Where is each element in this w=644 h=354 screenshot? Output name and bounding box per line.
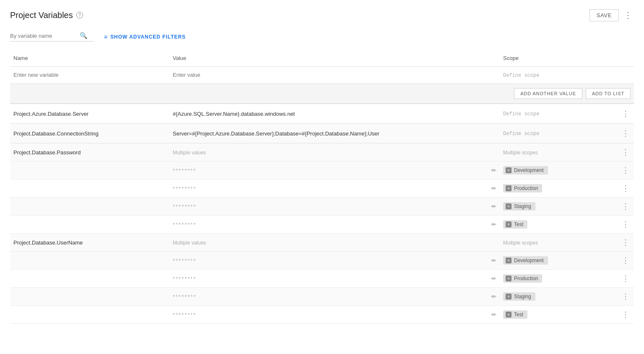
var-kebab-cell: ⋮ [617,234,634,251]
variable-more-icon[interactable]: ⋮ [621,148,631,157]
var-value: #{Azure.SQL.Server.Name}.database.window… [173,111,295,117]
help-icon[interactable]: ? [76,12,83,18]
sub-empty [10,184,169,193]
variable-more-icon[interactable]: ⋮ [621,292,631,301]
scope-badge-icon: ≡ [506,258,512,263]
advanced-filter-button[interactable]: ≡ SHOW ADVANCED FILTERS [104,34,186,40]
scope-badge: ≡ Production [503,184,542,193]
col-actions [617,53,634,63]
scope-badge-label: Production [514,185,538,191]
var-scope-cell: ≡ Development [500,162,617,179]
scope-badge-label: Test [514,312,523,318]
var-value: Server=#{Project.Azure.Database.Server};… [173,130,379,137]
edit-icon[interactable]: ✏ [491,203,496,210]
edit-icon[interactable]: ✏ [491,257,496,264]
table-row: Project.Database.ConnectionString Server… [10,124,634,143]
var-kebab-cell: ⋮ [617,198,634,215]
var-kebab-cell: ⋮ [617,216,634,233]
new-variable-name-input[interactable] [13,72,166,78]
header-left: Project Variables ? [10,10,83,20]
edit-icon[interactable]: ✏ [491,167,496,174]
password-value: ******** [173,221,196,228]
variable-more-icon[interactable]: ⋮ [621,202,631,211]
multi-value-label: Multiple values [173,150,206,156]
var-name-cell: Project.Database.ConnectionString [10,125,169,142]
scope-text: Define scope [503,111,539,117]
page-header: Project Variables ? SAVE ⋮ [10,8,634,22]
scope-badge: ≡ Staging [503,202,535,211]
variable-more-icon[interactable]: ⋮ [621,184,631,193]
sub-empty [10,166,169,174]
var-kebab-cell: ⋮ [617,306,634,323]
var-scope-cell: ≡ Test [500,216,617,233]
search-input[interactable] [10,33,77,39]
edit-icon[interactable]: ✏ [491,185,496,192]
scope-badge-icon: ≡ [506,221,512,227]
password-value: ******** [173,185,196,192]
variable-more-icon[interactable]: ⋮ [621,274,631,283]
variable-more-icon[interactable]: ⋮ [621,238,631,247]
table-row: ******** ✏ ≡ Production ⋮ [10,270,634,288]
var-scope-cell: Multiple scopes [500,235,617,250]
password-value: ******** [173,294,196,300]
new-variable-row: Define scope [10,67,634,84]
edit-icon[interactable]: ✏ [491,311,496,318]
new-variable-scope-cell: Define scope [500,67,617,83]
var-value-cell: Multiple values [169,235,500,250]
add-another-value-button[interactable]: ADD ANOTHER VALUE [514,88,582,99]
multi-value-label: Multiple values [173,240,206,246]
table-row: ******** ✏ ≡ Development ⋮ [10,161,634,180]
edit-icon[interactable]: ✏ [491,221,496,228]
var-scope-cell: Multiple scopes [500,145,617,160]
var-kebab-cell: ⋮ [617,288,634,305]
add-to-list-button[interactable]: ADD TO LIST [586,88,631,99]
password-value: ******** [173,276,196,282]
scope-badge-icon: ≡ [506,185,512,191]
scope-badge: ≡ Test [503,220,527,229]
variable-more-icon[interactable]: ⋮ [621,220,631,229]
new-scope-placeholder: Define scope [503,73,539,78]
var-value-cell: ******** ✏ [169,271,500,286]
page-container: Project Variables ? SAVE ⋮ 🔍 ≡ SHOW ADVA… [0,0,644,354]
multi-scope-label: Multiple scopes [503,150,538,156]
save-button[interactable]: SAVE [589,9,619,21]
var-scope-cell: ≡ Production [500,270,617,287]
variable-more-icon[interactable]: ⋮ [621,256,631,265]
scope-badge: ≡ Development [503,256,548,265]
table-row: Project.Database.UserName Multiple value… [10,234,634,252]
var-value-cell: Multiple values [169,145,500,160]
scope-badge: ≡ Production [503,274,542,283]
edit-icon[interactable]: ✏ [491,275,496,282]
table-row: ******** ✏ ≡ Development ⋮ [10,252,634,270]
var-kebab-cell: ⋮ [617,143,634,161]
variable-more-icon[interactable]: ⋮ [621,166,631,175]
variable-more-icon[interactable]: ⋮ [621,129,631,138]
variable-more-icon[interactable]: ⋮ [621,109,631,118]
more-options-icon[interactable]: ⋮ [622,8,634,22]
var-value-cell: ******** ✏ [169,217,500,232]
var-scope-cell: ≡ Staging [500,198,617,215]
var-value-cell: ******** ✏ [169,289,500,304]
table-row: ******** ✏ ≡ Staging ⋮ [10,198,634,216]
search-row: 🔍 ≡ SHOW ADVANCED FILTERS [10,32,634,42]
var-name-cell: Project.Database.UserName [10,235,169,250]
scope-badge-icon: ≡ [506,167,512,173]
new-variable-action-cell [617,67,634,83]
scope-badge-icon: ≡ [506,203,512,209]
col-scope: Scope [500,53,617,63]
scope-badge-label: Staging [514,203,531,209]
var-kebab-cell: ⋮ [617,104,634,123]
var-value-cell: ******** ✏ [169,253,500,268]
table-row: ******** ✏ ≡ Test ⋮ [10,216,634,234]
variable-more-icon[interactable]: ⋮ [621,310,631,319]
var-kebab-cell: ⋮ [617,161,634,179]
edit-icon[interactable]: ✏ [491,293,496,300]
var-name-cell: Project.Database.Password [10,145,169,160]
new-variable-value-input[interactable] [173,72,496,78]
sub-empty [10,274,169,283]
table-row: ******** ✏ ≡ Production ⋮ [10,180,634,198]
var-value-cell: #{Azure.SQL.Server.Name}.database.window… [169,106,500,122]
var-kebab-cell: ⋮ [617,124,634,143]
var-name: Project.Database.UserName [13,239,83,246]
scope-badge-label: Production [514,276,538,281]
